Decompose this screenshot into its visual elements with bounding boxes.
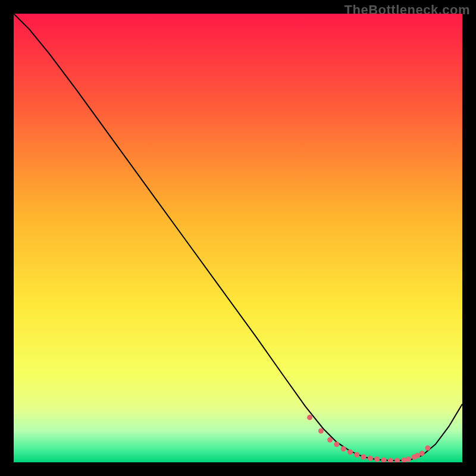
chart-frame: TheBottleneck.com [0,0,476,476]
marker-point [374,456,380,462]
marker-point [347,449,353,455]
marker-point [368,456,373,461]
marker-point [419,450,425,456]
chart-background [14,14,462,462]
marker-point [334,441,339,447]
marker-point [327,437,333,443]
marker-point [341,446,346,452]
marker-point [425,445,430,450]
marker-point [318,428,324,434]
chart-plot [14,14,462,462]
marker-point [307,415,312,420]
marker-point [361,455,367,460]
marker-point [354,452,359,458]
marker-point [406,456,411,462]
